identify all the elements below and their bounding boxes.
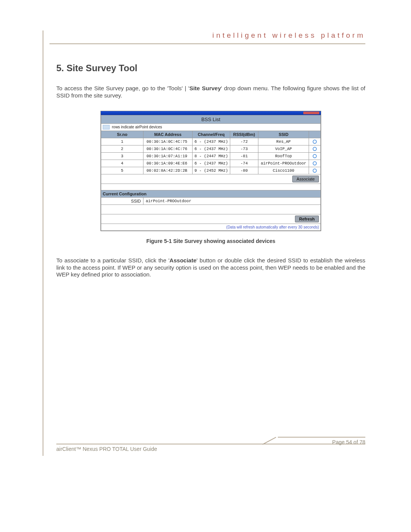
bss-list-title: BSS List	[101, 115, 321, 123]
table-row[interactable]: 2 00:30:1A:0C:4C:76 6 - (2437 MHz) -73 V…	[101, 145, 321, 152]
table-row[interactable]: 5 00:02:8A:42:2D:2B 9 - (2452 MHz) -80 C…	[101, 167, 321, 174]
table-row[interactable]: 1 00:30:1A:0C:4C:75 6 - (2437 MHz) -72 R…	[101, 138, 321, 145]
col-select	[309, 131, 321, 138]
figure-caption: Figure 5-1 Site Survey showing associate…	[56, 238, 365, 244]
col-ssid: SSID	[258, 131, 309, 138]
radio-select[interactable]	[309, 152, 321, 160]
svg-point-1	[313, 147, 317, 150]
intro-paragraph: To access the Site Survey page, go to th…	[56, 85, 365, 99]
svg-point-3	[313, 161, 317, 165]
table-row[interactable]: 3 00:30:1A:07:A1:19 8 - (2447 MHz) -81 R…	[101, 152, 321, 160]
legend-row: rows indicate airPoint devices	[101, 123, 321, 131]
associate-button[interactable]: Associate	[292, 176, 319, 182]
left-margin-rule	[43, 30, 43, 456]
svg-point-4	[313, 169, 317, 172]
col-chan: Channel/Freq	[193, 131, 230, 138]
svg-point-0	[313, 140, 317, 143]
current-config-header: Current Configuration	[101, 190, 321, 197]
page-footer: airClient™ Nexus PRO TOTAL User Guide Pa…	[56, 444, 365, 452]
current-ssid-label: SSID	[101, 197, 143, 204]
section-title: 5. Site Survey Tool	[56, 63, 365, 73]
window-title-bar	[101, 111, 321, 115]
page-header: intelligent wireless platform	[49, 31, 365, 44]
radio-select[interactable]	[309, 138, 321, 145]
footer-guide-name: airClient™ Nexus PRO TOTAL User Guide	[56, 446, 157, 452]
site-survey-figure: BSS List rows indicate airPoint devices …	[100, 111, 321, 231]
refresh-note: (Data will refresh automatically after e…	[101, 224, 321, 230]
legend-swatch-icon	[103, 125, 110, 129]
radio-select[interactable]	[309, 145, 321, 152]
associate-paragraph: To associate to a particular SSID, click…	[56, 257, 365, 278]
header-tagline: intelligent wireless platform	[212, 31, 365, 39]
window-control-icons	[308, 112, 319, 114]
col-srno: Sr.no	[101, 131, 143, 138]
refresh-button[interactable]: Refresh	[295, 216, 319, 222]
footer-page-number: Page 54 of 78	[332, 439, 365, 445]
current-ssid-value: airPoint-PROOutdoor	[143, 197, 321, 204]
radio-select[interactable]	[309, 167, 321, 174]
radio-select[interactable]	[309, 160, 321, 167]
svg-point-2	[313, 154, 317, 158]
col-mac: MAC Address	[143, 131, 193, 138]
col-rssi: RSSI(dBm)	[230, 131, 258, 138]
table-row[interactable]: 4 00:30:1A:09:4E:E6 6 - (2437 MHz) -74 a…	[101, 160, 321, 167]
